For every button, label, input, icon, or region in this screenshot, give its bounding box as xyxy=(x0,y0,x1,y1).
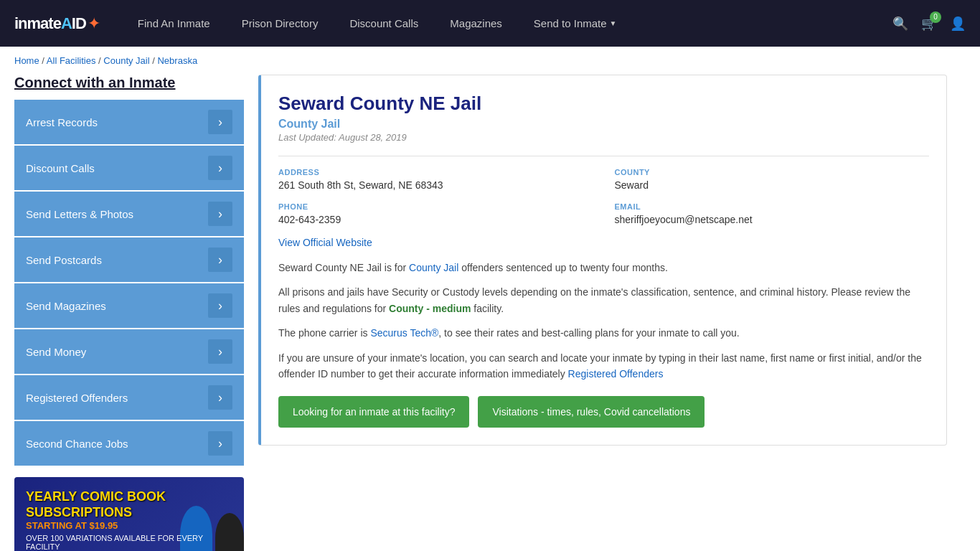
user-icon[interactable]: 👤 xyxy=(950,16,966,32)
registered-offenders-link[interactable]: Registered Offenders xyxy=(568,368,664,380)
email-block: EMAIL sheriffjoeyocum@netscape.net xyxy=(615,202,930,225)
sidebar-item-send-magazines[interactable]: Send Magazines › xyxy=(14,283,244,328)
county-label: COUNTY xyxy=(615,168,930,176)
find-inmate-button[interactable]: Looking for an inmate at this facility? xyxy=(278,396,469,428)
cart-icon[interactable]: 🛒 0 xyxy=(921,16,937,32)
facility-updated: Last Updated: August 28, 2019 xyxy=(278,132,929,143)
sidebar-item-send-letters[interactable]: Send Letters & Photos › xyxy=(14,192,244,236)
county-block: COUNTY Seward xyxy=(615,168,930,191)
breadcrumb-home[interactable]: Home xyxy=(14,55,39,66)
chevron-right-icon: › xyxy=(208,431,232,456)
sidebar-item-second-chance-jobs[interactable]: Second Chance Jobs › xyxy=(14,421,244,466)
phone-value: 402-643-2359 xyxy=(278,214,593,225)
cart-badge: 0 xyxy=(930,11,941,23)
logo-icon: ✦ xyxy=(88,14,100,33)
chevron-right-icon: › xyxy=(208,110,232,134)
breadcrumb: Home / All Facilities / County Jail / Ne… xyxy=(0,47,980,75)
breadcrumb-nebraska[interactable]: Nebraska xyxy=(157,55,197,66)
desc-paragraph-4: If you are unsure of your inmate's locat… xyxy=(278,350,929,382)
official-website-link[interactable]: View Official Website xyxy=(278,237,372,248)
email-value: sheriffjoeyocum@netscape.net xyxy=(615,214,930,225)
ad-banner[interactable]: YEARLY COMIC BOOKSUBSCRIPTIONS STARTING … xyxy=(14,477,244,551)
chevron-right-icon: › xyxy=(208,385,232,410)
chevron-right-icon: › xyxy=(208,248,232,272)
ad-title: YEARLY COMIC BOOKSUBSCRIPTIONS xyxy=(26,489,232,520)
header-icons: 🔍 🛒 0 👤 xyxy=(892,16,966,32)
sidebar-item-send-money[interactable]: Send Money › xyxy=(14,329,244,374)
nav-find-inmate[interactable]: Find An Inmate xyxy=(122,0,226,47)
ad-price: STARTING AT $19.95 xyxy=(26,520,232,531)
sidebar-item-discount-calls[interactable]: Discount Calls › xyxy=(14,146,244,190)
chevron-right-icon: › xyxy=(208,202,232,226)
chevron-right-icon: › xyxy=(208,339,232,364)
email-label: EMAIL xyxy=(615,202,930,211)
phone-block: PHONE 402-643-2359 xyxy=(278,202,593,225)
header: inmateAID ✦ Find An Inmate Prison Direct… xyxy=(0,0,980,47)
main-nav: Find An Inmate Prison Directory Discount… xyxy=(122,0,892,47)
breadcrumb-county-jail[interactable]: County Jail xyxy=(103,55,149,66)
chevron-right-icon: › xyxy=(208,156,232,180)
action-buttons: Looking for an inmate at this facility? … xyxy=(278,396,929,428)
nav-prison-directory[interactable]: Prison Directory xyxy=(226,0,334,47)
sidebar-title: Connect with an Inmate xyxy=(14,75,244,91)
logo[interactable]: inmateAID ✦ xyxy=(14,14,100,33)
desc-paragraph-1: Seward County NE Jail is for County Jail… xyxy=(278,260,929,276)
nav-discount-calls[interactable]: Discount Calls xyxy=(334,0,434,47)
content: Seward County NE Jail County Jail Last U… xyxy=(258,75,947,551)
main-container: Connect with an Inmate Arrest Records › … xyxy=(0,75,961,551)
visitations-button[interactable]: Visitations - times, rules, Covid cancel… xyxy=(478,396,705,428)
county-value: Seward xyxy=(615,179,930,191)
address-label: ADDRESS xyxy=(278,168,593,176)
facility-info-grid: ADDRESS 261 South 8th St, Seward, NE 683… xyxy=(278,156,929,225)
county-jail-link[interactable]: County Jail xyxy=(409,262,458,273)
chevron-right-icon: › xyxy=(208,293,232,318)
ad-subtitle: OVER 100 VARIATIONS AVAILABLE FOR EVERY … xyxy=(26,534,232,551)
sidebar-item-registered-offenders[interactable]: Registered Offenders › xyxy=(14,375,244,420)
facility-type: County Jail xyxy=(278,118,929,131)
desc-paragraph-3: The phone carrier is Securus Tech®, to s… xyxy=(278,325,929,341)
search-icon[interactable]: 🔍 xyxy=(892,16,908,32)
phone-label: PHONE xyxy=(278,202,593,211)
desc-paragraph-2: All prisons and jails have Security or C… xyxy=(278,284,929,316)
facility-card: Seward County NE Jail County Jail Last U… xyxy=(258,75,947,446)
securus-tech-link[interactable]: Securus Tech® xyxy=(370,327,438,339)
sidebar-item-arrest-records[interactable]: Arrest Records › xyxy=(14,100,244,144)
sidebar-menu: Arrest Records › Discount Calls › Send L… xyxy=(14,100,244,466)
nav-send-to-inmate[interactable]: Send to Inmate▼ xyxy=(518,0,633,47)
breadcrumb-all-facilities[interactable]: All Facilities xyxy=(47,55,96,66)
facility-description: Seward County NE Jail is for County Jail… xyxy=(278,260,929,382)
address-value: 261 South 8th St, Seward, NE 68343 xyxy=(278,179,593,191)
sidebar-item-send-postcards[interactable]: Send Postcards › xyxy=(14,237,244,282)
address-block: ADDRESS 261 South 8th St, Seward, NE 683… xyxy=(278,168,593,191)
county-medium-link[interactable]: County - medium xyxy=(389,303,471,314)
sidebar: Connect with an Inmate Arrest Records › … xyxy=(14,75,244,551)
nav-magazines[interactable]: Magazines xyxy=(434,0,518,47)
facility-title: Seward County NE Jail xyxy=(278,93,929,115)
